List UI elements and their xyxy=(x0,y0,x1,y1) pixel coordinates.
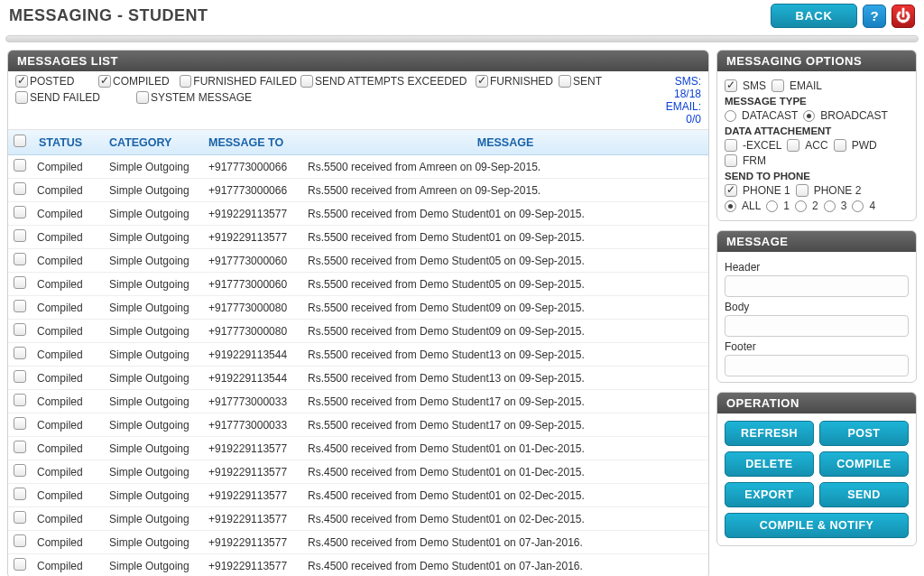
row-checkbox[interactable] xyxy=(14,464,26,477)
row-checkbox[interactable] xyxy=(14,488,26,500)
row-category: Simple Outgoing xyxy=(104,484,203,507)
compile-notify-button[interactable]: COMPILE & NOTIFY xyxy=(725,513,909,538)
row-message: Rs.5500 received from Demo Student01 on … xyxy=(302,226,708,249)
opt-sms-checkbox[interactable] xyxy=(725,79,737,92)
delete-button[interactable]: DELETE xyxy=(725,451,814,477)
row-checkbox[interactable] xyxy=(14,347,26,359)
row-to: +917773000033 xyxy=(203,413,302,437)
table-row[interactable]: CompiledSimple Outgoing+919229113577Rs.4… xyxy=(8,484,708,507)
radio-broadcast[interactable] xyxy=(803,110,815,122)
export-button[interactable]: EXPORT xyxy=(725,482,814,507)
post-button[interactable]: POST xyxy=(819,421,909,446)
row-message: Rs.5500 received from Amreen on 09-Sep-2… xyxy=(302,179,708,202)
row-status: Compiled xyxy=(32,320,104,343)
row-category: Simple Outgoing xyxy=(104,367,203,390)
chk-excel[interactable] xyxy=(725,139,737,152)
table-row[interactable]: CompiledSimple Outgoing+917773000080Rs.5… xyxy=(8,320,708,343)
row-to: +917773000080 xyxy=(203,296,302,320)
radio-scope-2[interactable] xyxy=(795,200,807,212)
table-row[interactable]: CompiledSimple Outgoing+917773000033Rs.5… xyxy=(8,413,708,437)
radio-scope-all[interactable] xyxy=(725,200,736,212)
row-checkbox[interactable] xyxy=(14,511,26,524)
table-row[interactable]: CompiledSimple Outgoing+919229113577Rs.5… xyxy=(8,202,708,226)
row-to: +919229113577 xyxy=(203,437,302,460)
filter-sae-checkbox[interactable] xyxy=(300,75,313,88)
row-message: Rs.5500 received from Amreen on 09-Sep-2… xyxy=(302,155,708,179)
table-row[interactable]: CompiledSimple Outgoing+919229113577Rs.4… xyxy=(8,554,708,577)
send-button[interactable]: SEND xyxy=(819,482,909,507)
col-category[interactable]: CATEGORY xyxy=(104,130,203,155)
row-message: Rs.5500 received from Demo Student01 on … xyxy=(302,202,708,226)
select-all-checkbox[interactable] xyxy=(14,135,26,147)
radio-scope-4[interactable] xyxy=(852,200,864,212)
row-checkbox[interactable] xyxy=(14,276,26,289)
back-button[interactable]: BACK xyxy=(771,4,857,28)
page-title: MESSAGING - STUDENT xyxy=(9,6,208,25)
footer-input[interactable] xyxy=(725,355,909,376)
filter-sfailed-checkbox[interactable] xyxy=(15,91,28,104)
opt-email-checkbox[interactable] xyxy=(772,79,784,92)
radio-scope-1[interactable] xyxy=(766,200,778,212)
row-checkbox[interactable] xyxy=(14,206,26,218)
row-checkbox[interactable] xyxy=(14,182,26,195)
col-message-to[interactable]: MESSAGE TO xyxy=(203,130,302,155)
row-category: Simple Outgoing xyxy=(104,460,203,484)
radio-datacast[interactable] xyxy=(725,110,736,122)
table-row[interactable]: CompiledSimple Outgoing+917773000080Rs.5… xyxy=(8,296,708,320)
table-row[interactable]: CompiledSimple Outgoing+917773000066Rs.5… xyxy=(8,155,708,179)
row-checkbox[interactable] xyxy=(14,370,26,383)
table-row[interactable]: CompiledSimple Outgoing+919229113577Rs.4… xyxy=(8,531,708,554)
row-checkbox[interactable] xyxy=(14,558,26,571)
row-checkbox[interactable] xyxy=(14,394,26,406)
chk-phone1[interactable] xyxy=(725,184,737,197)
filter-posted-label: POSTED xyxy=(30,75,74,88)
row-checkbox[interactable] xyxy=(14,441,26,453)
table-row[interactable]: CompiledSimple Outgoing+917773000066Rs.5… xyxy=(8,179,708,202)
chk-phone2[interactable] xyxy=(796,184,808,197)
power-icon[interactable]: ⏻ xyxy=(892,5,915,28)
chk-pwd[interactable] xyxy=(834,139,846,152)
body-input[interactable] xyxy=(725,315,909,337)
filter-compiled-checkbox[interactable] xyxy=(98,75,111,88)
row-checkbox[interactable] xyxy=(14,253,26,265)
filter-sysmsg-checkbox[interactable] xyxy=(136,91,149,104)
filter-sent-checkbox[interactable] xyxy=(559,75,571,88)
table-row[interactable]: CompiledSimple Outgoing+917773000060Rs.5… xyxy=(8,249,708,273)
row-checkbox[interactable] xyxy=(14,229,26,242)
filter-ffailed-checkbox[interactable] xyxy=(180,75,191,88)
chk-acc[interactable] xyxy=(787,139,799,152)
compile-button[interactable]: COMPILE xyxy=(819,451,909,477)
col-message[interactable]: MESSAGE xyxy=(302,130,708,155)
radio-scope-3[interactable] xyxy=(824,200,836,212)
row-checkbox[interactable] xyxy=(14,159,26,172)
row-to: +919229113577 xyxy=(203,507,302,531)
table-row[interactable]: CompiledSimple Outgoing+917773000060Rs.5… xyxy=(8,273,708,296)
row-message: Rs.5500 received from Demo Student09 on … xyxy=(302,320,708,343)
filter-posted-checkbox[interactable] xyxy=(15,75,28,88)
chk-acc-label: ACC xyxy=(805,139,827,152)
chk-frm[interactable] xyxy=(725,154,737,167)
help-icon[interactable]: ? xyxy=(863,5,886,28)
row-status: Compiled xyxy=(32,460,104,484)
table-row[interactable]: CompiledSimple Outgoing+919229113544Rs.5… xyxy=(8,343,708,367)
table-row[interactable]: CompiledSimple Outgoing+919229113577Rs.5… xyxy=(8,226,708,249)
filter-furnished-checkbox[interactable] xyxy=(476,75,488,88)
table-row[interactable]: CompiledSimple Outgoing+919229113577Rs.4… xyxy=(8,507,708,531)
row-checkbox[interactable] xyxy=(14,323,26,336)
col-status[interactable]: STATUS xyxy=(32,130,104,155)
row-status: Compiled xyxy=(32,226,104,249)
refresh-button[interactable]: REFRESH xyxy=(725,421,814,446)
row-category: Simple Outgoing xyxy=(104,413,203,437)
table-row[interactable]: CompiledSimple Outgoing+917773000033Rs.5… xyxy=(8,390,708,413)
row-checkbox[interactable] xyxy=(14,417,26,430)
row-category: Simple Outgoing xyxy=(104,437,203,460)
footer-field-label: Footer xyxy=(725,340,909,353)
filter-compiled-label: COMPILED xyxy=(113,75,170,88)
row-checkbox[interactable] xyxy=(14,534,26,547)
header-input[interactable] xyxy=(725,275,909,297)
row-status: Compiled xyxy=(32,437,104,460)
table-row[interactable]: CompiledSimple Outgoing+919229113577Rs.4… xyxy=(8,437,708,460)
table-row[interactable]: CompiledSimple Outgoing+919229113544Rs.5… xyxy=(8,367,708,390)
row-checkbox[interactable] xyxy=(14,300,26,312)
table-row[interactable]: CompiledSimple Outgoing+919229113577Rs.4… xyxy=(8,460,708,484)
